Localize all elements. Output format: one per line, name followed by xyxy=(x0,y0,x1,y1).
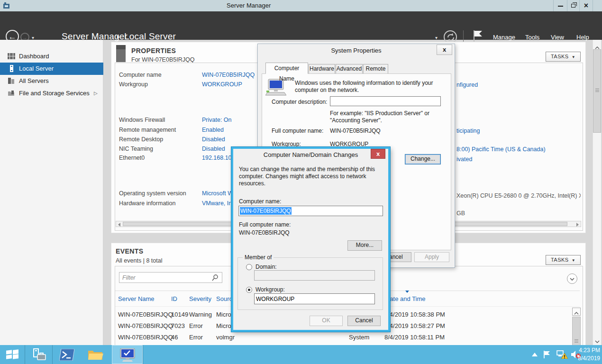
apply-button[interactable]: Apply xyxy=(414,252,449,262)
scroll-right-icon[interactable] xyxy=(576,223,579,227)
computer-name-input[interactable]: WIN-07E0B5IRJQQ xyxy=(238,206,383,216)
radio-selected-dot xyxy=(248,289,250,291)
domain-radio[interactable] xyxy=(246,264,252,270)
close-icon: x xyxy=(443,46,446,53)
tray-flag-icon[interactable] xyxy=(543,350,551,359)
column-header-severity[interactable]: Severity xyxy=(189,295,211,302)
scroll-left-icon[interactable] xyxy=(118,223,120,227)
cancel-button[interactable]: Cancel xyxy=(347,316,381,326)
dialog-intro-text: Windows uses the following information t… xyxy=(295,80,447,94)
file-explorer-icon xyxy=(88,349,103,360)
tab-advanced[interactable]: Advanced xyxy=(336,64,363,74)
workgroup-radio[interactable] xyxy=(246,287,252,293)
right-column-value[interactable]: nfigured xyxy=(456,82,478,88)
tab-remote[interactable]: Remote xyxy=(363,64,388,74)
right-column-value[interactable]: 8:00) Pacific Time (US & Canada) xyxy=(456,146,546,153)
main-scrollbar-thumb[interactable] xyxy=(593,49,601,133)
sidebar-item-file-storage-services[interactable]: File and Storage Services ▷ xyxy=(0,87,103,100)
menu-help[interactable]: Help xyxy=(576,34,589,41)
close-dialog-button[interactable]: x xyxy=(371,149,385,159)
full-computer-name-value: WIN-07E0B5IRJQQ xyxy=(330,127,381,135)
restore-button[interactable] xyxy=(567,0,579,11)
property-value-link[interactable]: Microsoft W xyxy=(202,190,233,197)
computer-name-domain-changes-dialog: Computer Name/Domain Changes x You can c… xyxy=(231,147,390,332)
sidebar-item-all-servers[interactable]: All Servers xyxy=(0,75,103,87)
start-button[interactable] xyxy=(0,345,25,364)
events-scrollbar-thumb[interactable] xyxy=(572,317,581,346)
chevron-down-icon xyxy=(570,278,575,281)
full-computer-name-value: WIN-07E0B5IRJQQ xyxy=(239,229,290,237)
close-window-button[interactable]: × xyxy=(579,0,593,11)
member-of-label: Member of xyxy=(243,254,274,261)
show-hidden-icons-button[interactable] xyxy=(532,353,538,356)
column-header-date-time[interactable]: Date and Time xyxy=(385,295,426,302)
dialog-intro-text: You can change the name and the membersh… xyxy=(239,166,383,187)
description-example-text: For example: "IIS Production Server" or … xyxy=(330,110,448,124)
property-value-link[interactable]: Disabled xyxy=(202,136,225,143)
close-icon: × xyxy=(584,1,588,9)
full-computer-name-label: Full computer name: xyxy=(272,127,323,135)
breadcrumb-separator-icon: ▸ xyxy=(117,34,120,40)
properties-right-column: nfigured ticipating 8:00) Pacific Time (… xyxy=(456,42,581,231)
collapse-section-button[interactable] xyxy=(567,273,577,284)
right-column-value[interactable]: ticipating xyxy=(456,127,480,134)
taskbar-powershell-button[interactable] xyxy=(53,345,81,364)
breadcrumb-current[interactable]: Local Server xyxy=(124,31,176,42)
submenu-arrow-icon: ▷ xyxy=(94,87,98,100)
change-button[interactable]: Change... xyxy=(405,154,441,164)
computer-description-input[interactable] xyxy=(330,96,441,106)
menu-tools[interactable]: Tools xyxy=(525,34,539,41)
domain-input[interactable] xyxy=(254,270,375,281)
events-filter-input[interactable] xyxy=(119,272,222,283)
taskbar: 4:23 PM 8/4/2019 xyxy=(0,345,602,364)
taskbar-clock[interactable]: 4:23 PM 8/4/2019 xyxy=(564,346,600,363)
chevron-up-icon xyxy=(574,312,579,315)
column-header-id[interactable]: ID xyxy=(171,295,177,302)
taskbar-server-manager-button[interactable] xyxy=(25,345,52,364)
dialog-title: Computer Name/Domain Changes xyxy=(233,149,388,158)
property-value-link[interactable]: Disabled xyxy=(202,146,225,152)
sidebar-item-local-server[interactable]: Local Server xyxy=(0,63,103,75)
right-column-value[interactable]: ivated xyxy=(456,156,472,163)
property-value-link[interactable]: Private: On xyxy=(202,117,232,123)
more-button[interactable]: More... xyxy=(347,240,382,251)
properties-title: PROPERTIES xyxy=(131,47,176,55)
workgroup-input[interactable] xyxy=(254,293,375,304)
events-title: EVENTS xyxy=(116,247,143,255)
file-storage-services-icon xyxy=(8,90,15,97)
minimize-button[interactable] xyxy=(553,0,567,11)
ok-button[interactable]: OK xyxy=(310,316,343,326)
computer-name-label: Computer name: xyxy=(239,198,281,205)
restore-icon xyxy=(571,4,575,8)
screen: Server Manager × ← → ▾ Server Manager ▸ … xyxy=(0,0,602,364)
close-dialog-button[interactable]: x xyxy=(437,45,452,55)
property-value-link[interactable]: WORKGROUP xyxy=(202,81,242,88)
property-value-link[interactable]: VMware, Inc xyxy=(202,200,235,207)
tab-computer-name[interactable]: Computer Name xyxy=(265,63,308,74)
property-value-link[interactable]: 192.168.100 xyxy=(202,155,235,161)
local-server-icon xyxy=(8,65,15,73)
events-scroll-up-button[interactable] xyxy=(572,308,581,316)
notifications-flag-icon[interactable] xyxy=(473,29,483,43)
main-vertical-scrollbar[interactable] xyxy=(593,40,601,345)
taskbar-file-explorer-button[interactable] xyxy=(82,345,109,364)
sidebar: Dashboard Local Server All Servers File … xyxy=(0,40,103,345)
property-value-link[interactable]: WIN-07E0B5IRJQQ xyxy=(202,72,255,78)
scroll-down-button[interactable] xyxy=(595,337,600,345)
full-computer-name-label: Full computer name: xyxy=(239,221,291,228)
events-tasks-button[interactable]: TASKS▼ xyxy=(546,255,581,265)
toolbar-caret-icon[interactable]: ▾ xyxy=(435,35,438,40)
taskbar-system-properties-button-active[interactable] xyxy=(112,345,143,364)
search-icon xyxy=(212,274,219,281)
taskbar-divider xyxy=(143,345,143,364)
clock-time: 4:23 PM xyxy=(564,346,600,355)
dialog-title: System Properties xyxy=(258,44,455,54)
column-header-server-name[interactable]: Server Name xyxy=(118,295,155,302)
menu-manage[interactable]: Manage xyxy=(493,34,515,41)
property-value-link[interactable]: Enabled xyxy=(202,127,224,133)
selected-text: WIN-07E0B5IRJQQ xyxy=(240,207,292,215)
menu-view[interactable]: View xyxy=(551,34,564,41)
tab-hardware[interactable]: Hardware xyxy=(309,64,335,74)
workgroup-label: Workgroup: xyxy=(255,286,285,293)
sidebar-item-dashboard[interactable]: Dashboard xyxy=(0,50,103,63)
